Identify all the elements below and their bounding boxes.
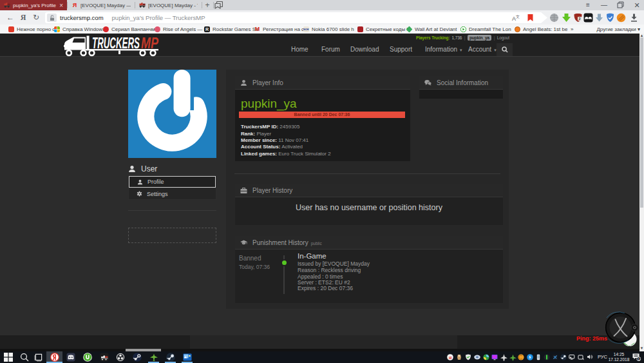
tray-yandex-icon[interactable]: Я	[447, 354, 453, 360]
bookmark-item[interactable]: Rise of Angels — в	[155, 25, 202, 34]
field-truckersmp-id: TruckersMP ID: 2459305	[241, 124, 299, 130]
back-icon[interactable]: ←	[5, 12, 15, 23]
tray-coin-icon[interactable]	[518, 354, 524, 360]
taskbar-yandex-browser[interactable]	[46, 351, 62, 363]
refresh-icon[interactable]: ↻	[31, 12, 41, 23]
tray-monitor-icon[interactable]	[491, 354, 498, 360]
taskbar-green-app[interactable]	[146, 351, 162, 363]
new-tab-button[interactable]: +	[202, 1, 213, 10]
tab-close-icon[interactable]: ×	[59, 2, 63, 9]
taskbar-steam-icon[interactable]	[133, 353, 142, 362]
nav-information[interactable]: Information▾	[425, 46, 462, 53]
tray-jet-gray-icon[interactable]	[500, 354, 507, 360]
user-icon	[240, 79, 247, 86]
truckersmp-favicon	[139, 2, 146, 8]
taskbar-clock[interactable]: 14:25 17.12.2018	[606, 352, 632, 362]
avatar[interactable]	[128, 70, 216, 158]
field-linked-games: Linked games: Euro Truck Simulator 2	[241, 151, 331, 157]
tab-active-profile[interactable]: pupkin_ya's Profile — Tru ×	[0, 0, 67, 10]
window-minimize-button[interactable]: —	[596, 0, 612, 10]
tray-swirl-icon[interactable]	[483, 354, 489, 360]
tray-jet-green-icon[interactable]	[509, 354, 516, 360]
nav-forum[interactable]: Forum	[321, 46, 340, 53]
taskbar-utorrent-icon[interactable]	[83, 353, 92, 362]
bookmark-favicon	[8, 26, 14, 32]
nav-home[interactable]: Home	[291, 46, 308, 53]
bookmark-item[interactable]: M Регистрация на са	[254, 25, 301, 34]
sidebar-item-profile[interactable]: Profile	[129, 176, 216, 188]
field-member-since: Member since: 11 Nov 07:41	[241, 137, 308, 143]
window-restore-button[interactable]	[612, 0, 628, 10]
tray-blue-x-icon[interactable]	[552, 354, 558, 360]
bookmark-item[interactable]: NOK Nokia 6700 slide h	[303, 25, 350, 34]
ext-protect-shield-icon[interactable]	[605, 13, 615, 23]
svg-text:Я: Я	[448, 355, 451, 360]
briefcase-icon	[240, 187, 247, 194]
yandex-home-icon[interactable]: Я	[18, 12, 28, 23]
taskbar-photos-app[interactable]	[179, 351, 195, 363]
ext-downloader-icon[interactable]	[594, 13, 604, 23]
browser-menu-icon[interactable]: ≡	[580, 0, 596, 10]
tab-yandex-search[interactable]: Я [EVOQUE] Mayday — Янде	[68, 0, 135, 10]
notification-center-icon[interactable]: 1	[632, 353, 641, 361]
taskbar-search-icon[interactable]	[20, 353, 29, 362]
ext-orange-icon[interactable]	[616, 13, 626, 23]
task-view-icon[interactable]	[34, 353, 43, 362]
tab-truckersmp-forum[interactable]: [EVOQUE] Mayday - Trucke	[135, 0, 202, 10]
window-close-button[interactable]: ✕	[629, 0, 644, 10]
tray-steam-icon[interactable]	[560, 354, 567, 360]
bookmark-item[interactable]: R Rockstar Games So	[204, 25, 252, 34]
overlay-gadget[interactable]	[600, 306, 639, 350]
tray-green-bar-icon[interactable]	[544, 354, 550, 360]
tray-shield-icon[interactable]	[465, 354, 471, 360]
speaker-icon[interactable]	[587, 354, 593, 360]
tray-display-icon[interactable]	[569, 354, 575, 360]
sidebar-divider	[128, 210, 216, 211]
bookmark-item[interactable]: Секретные коды N	[357, 25, 404, 34]
tab-panels-icon[interactable]	[214, 1, 223, 9]
taskbar-steam-app[interactable]	[162, 351, 178, 363]
scrollbar-down-arrow[interactable]: ▼	[639, 346, 644, 351]
tray-tablet-icon[interactable]	[578, 354, 584, 360]
tray-phone-icon[interactable]	[535, 354, 542, 360]
other-bookmarks-button[interactable]: Другие закладки ▾	[596, 25, 640, 34]
taskbar-truckersmp-icon[interactable]	[100, 353, 109, 362]
bookmark-item[interactable]: Wall Art at Deviant	[406, 25, 453, 34]
ext-adguard-icon[interactable]: 2	[573, 13, 583, 23]
start-button-icon[interactable]	[4, 353, 13, 362]
translate-icon[interactable]: A文	[512, 14, 520, 22]
tray-lightning-icon[interactable]	[527, 354, 533, 360]
sidebar-user-heading: User	[128, 163, 216, 175]
browser-scrollbar[interactable]: ▲ ▼	[639, 34, 644, 351]
tray-app-icon[interactable]	[456, 354, 462, 360]
url-bar[interactable]: truckersmp.com pupkin_ya's Profile — Tru…	[45, 12, 547, 23]
bookmark-item[interactable]: Dreamfall The Lon	[460, 25, 507, 34]
scrollbar-thumb[interactable]	[640, 37, 643, 208]
bookmark-item[interactable]: Angel Beats: 1st be	[515, 25, 560, 34]
bookmark-item[interactable]: Нежное порно с:	[8, 25, 51, 34]
clock-time: 14:25	[606, 352, 632, 357]
nav-download[interactable]: Download	[350, 46, 379, 53]
nav-search-button[interactable]	[497, 43, 513, 56]
ext-frigate-icon[interactable]	[583, 13, 593, 23]
ext-savefrom-icon[interactable]	[562, 13, 571, 23]
punishment-detail: Issued by [EVOQUE] Mayday	[298, 260, 370, 267]
taskbar-obs-icon[interactable]	[116, 353, 125, 362]
bookmark-item[interactable]: Справка Windows	[54, 25, 100, 34]
player-info-panel: Player Info pupkin_ya Banned until 20 De…	[235, 76, 410, 161]
bookmarks-overflow-chevron[interactable]: »	[571, 25, 573, 34]
taskbar-discord-icon[interactable]	[66, 353, 75, 362]
ping-overlay-text: Ping: 25ms	[0, 335, 607, 342]
nav-account[interactable]: Account▾	[468, 46, 497, 53]
ext-globe-icon[interactable]	[549, 13, 559, 23]
nav-support[interactable]: Support	[390, 46, 412, 53]
ban-banner: Banned until 20 Dec 07:36	[239, 112, 405, 118]
bookmark-item[interactable]: Сериал Ванпанчмм	[103, 25, 152, 34]
bookmark-flag-icon[interactable]	[527, 14, 533, 21]
sidebar-item-settings[interactable]: Settings	[129, 188, 216, 199]
lock-icon[interactable]	[47, 14, 57, 22]
chevron-down-icon: ▾	[460, 48, 462, 52]
downloads-icon[interactable]	[629, 13, 639, 23]
timeline-dot	[281, 259, 288, 266]
tray-disc-icon[interactable]	[474, 354, 480, 360]
